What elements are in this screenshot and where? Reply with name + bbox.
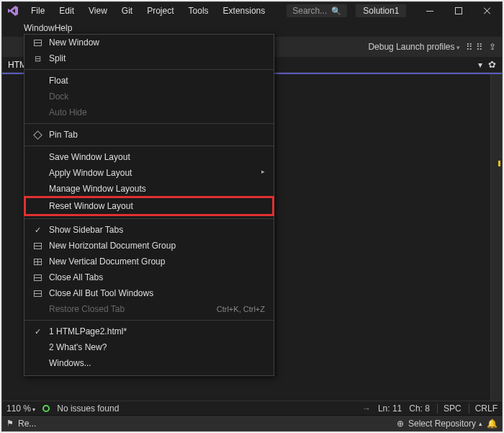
search-placeholder: Search...	[292, 6, 327, 16]
tab-dropdown-icon[interactable]: ▾	[478, 60, 482, 70]
menu-new-window[interactable]: New Window	[24, 35, 274, 50]
menu-close-all-tabs[interactable]: Close All Tabs	[24, 269, 274, 285]
vs-logo-icon	[2, 5, 24, 17]
menu-separator	[24, 218, 274, 219]
menu-project[interactable]: Project	[140, 4, 181, 18]
menu-help[interactable]: Help	[55, 23, 73, 33]
check-icon	[30, 226, 45, 235]
app-window: File Edit View Git Project Tools Extensi…	[1, 1, 503, 432]
bell-icon[interactable]: 🔔	[487, 419, 498, 429]
menu-windows[interactable]: Windows...	[24, 355, 274, 371]
ready-text: Re...	[18, 419, 36, 429]
repo-bar: ⚑ Re... ⊕ Select Repository 🔔	[2, 415, 502, 431]
menubar: File Edit View Git Project Tools Extensi…	[2, 2, 502, 19]
zoom-level[interactable]: 110 %	[6, 403, 35, 414]
flag-icon[interactable]: ⚑	[6, 419, 14, 428]
window-buttons	[415, 2, 502, 19]
maximize-button[interactable]	[444, 2, 473, 19]
search-box[interactable]: Search... 🔍	[287, 4, 347, 17]
menu-doc-2[interactable]: 2 What's New?	[24, 339, 274, 355]
menu-new-h-group[interactable]: New Horizontal Document Group	[24, 238, 274, 254]
menu-close-all-but-tool[interactable]: Close All But Tool Windows	[24, 285, 274, 301]
status-bar: 110 % No issues found → Ln: 11 Ch: 8 SPC…	[2, 401, 502, 415]
minimize-button[interactable]	[415, 2, 444, 19]
menu-auto-hide: Auto Hide	[24, 104, 274, 120]
toolbar-extra-icons[interactable]: ⠿⠿	[466, 42, 483, 53]
status-crlf[interactable]: CRLF	[469, 403, 498, 414]
menu-git[interactable]: Git	[114, 4, 140, 18]
menu-separator	[24, 146, 274, 146]
select-repository[interactable]: Select Repository	[408, 419, 482, 429]
menu-split[interactable]: ⊟Split	[24, 50, 274, 66]
tabs-icon	[34, 274, 42, 281]
scrollbar-marker	[498, 161, 500, 166]
menu-file[interactable]: File	[24, 4, 52, 18]
status-spc[interactable]: SPC	[437, 403, 462, 414]
menu-apply-layout[interactable]: Apply Window Layout	[24, 165, 274, 181]
menu-restore-closed-tab: Restore Closed TabCtrl+K, Ctrl+Z	[24, 301, 274, 317]
menu-extensions[interactable]: Extensions	[216, 4, 273, 18]
menu-new-v-group[interactable]: New Vertical Document Group	[24, 254, 274, 269]
close-button[interactable]	[473, 2, 502, 19]
menu-float[interactable]: Float	[24, 73, 274, 89]
menu-dock: Dock	[24, 89, 274, 104]
menu-show-sidebar-tabs[interactable]: Show Sidebar Tabs	[24, 222, 274, 238]
vertical-scrollbar[interactable]	[490, 74, 502, 401]
no-issues-icon	[42, 405, 50, 412]
menu-separator	[24, 320, 274, 321]
menu-save-layout[interactable]: Save Window Layout	[24, 149, 274, 165]
window-menu: New Window ⊟Split Float Dock Auto Hide P…	[24, 34, 274, 376]
repo-add-icon[interactable]: ⊕	[397, 419, 404, 429]
status-line[interactable]: Ln: 11	[378, 403, 402, 414]
menu-tools[interactable]: Tools	[181, 4, 216, 18]
layout-v-icon	[34, 259, 42, 265]
menu-edit[interactable]: Edit	[52, 4, 81, 18]
tabs-icon	[34, 290, 42, 297]
menu-separator	[24, 69, 274, 70]
solution-name[interactable]: Solution1	[356, 4, 406, 17]
menu-reset-layout[interactable]: Reset Window Layout	[24, 197, 274, 215]
menu-window[interactable]: Window	[24, 23, 55, 33]
status-arrow-icon[interactable]: →	[362, 403, 371, 414]
check-icon	[30, 327, 45, 336]
menu-doc-1[interactable]: 1 HTMLPage2.html*	[24, 323, 274, 339]
status-char[interactable]: Ch: 8	[409, 403, 430, 414]
pin-icon	[33, 130, 42, 140]
issues-text[interactable]: No issues found	[57, 403, 119, 414]
layout-h-icon	[34, 243, 42, 249]
menu-view[interactable]: View	[81, 4, 114, 18]
menu-manage-layouts[interactable]: Manage Window Layouts	[24, 181, 274, 197]
menu-separator	[24, 123, 274, 124]
menu-pin-tab[interactable]: Pin Tab	[24, 127, 274, 143]
debug-launch-profiles[interactable]: Debug Launch profiles	[368, 42, 460, 52]
share-icon[interactable]: ⇪	[489, 42, 496, 52]
tab-settings-icon[interactable]: ✿	[488, 59, 496, 70]
search-icon: 🔍	[331, 6, 341, 16]
